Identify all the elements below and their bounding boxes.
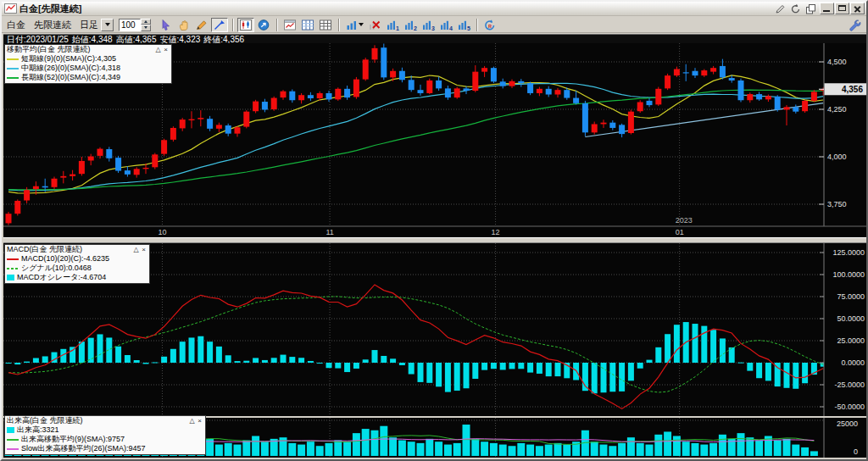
hand-pan-tool-button[interactable] <box>175 18 192 32</box>
pencil-icon <box>196 19 208 31</box>
new-chart-window-button[interactable] <box>281 18 298 32</box>
preset-number-badge: 3 <box>431 25 435 31</box>
panel-splitter-1[interactable] <box>3 237 868 243</box>
ma-legend-collapse-button[interactable]: △ <box>154 45 162 54</box>
ma-legend-title: 移動平均(白金 先限連続) <box>7 45 91 54</box>
navigate-tool-button[interactable] <box>255 18 272 32</box>
window-title: 白金[先限連続] <box>19 3 81 15</box>
copy-icon[interactable] <box>804 3 817 14</box>
ma-mid-swatch <box>7 68 19 69</box>
bars-count-input[interactable] <box>119 19 141 31</box>
volume-legend-collapse-button[interactable]: △ <box>188 416 196 425</box>
period-label: 日足 <box>80 19 98 31</box>
volume-legend: 出来高(白金 先限連続) △× 出来高:3321 出来高移動平均(9)(SMA)… <box>4 415 206 455</box>
bar-chart-arrow-icon <box>346 19 358 31</box>
bars-count-spinner <box>119 19 151 31</box>
svg-text:-50.0000: -50.0000 <box>834 403 865 411</box>
cursor-icon <box>160 19 172 31</box>
add-indicator-dropdown-button[interactable] <box>343 18 365 32</box>
spin-down-icon <box>144 26 147 29</box>
main-price-axis: 4,5004,2504,0003,750 <box>819 43 868 226</box>
macd-legend-collapse-button[interactable]: △ <box>132 245 140 254</box>
macd-line-swatch <box>7 258 19 260</box>
candle-chart-mode-button[interactable] <box>237 18 254 32</box>
preset-number-badge: 2 <box>414 25 417 31</box>
macd-line-label: MACD(10)(20)(C):-4.6235 <box>21 254 109 264</box>
toolbar-separator <box>232 19 234 31</box>
toolbar: 白金 先限連続 日足 12345R <box>2 17 866 33</box>
chart-x-icon <box>369 19 381 31</box>
macd-legend-close-button[interactable]: × <box>140 245 147 254</box>
spin-up-button[interactable] <box>141 19 151 25</box>
preset-number-badge: 4 <box>449 25 453 31</box>
cursor-tool-button[interactable] <box>158 18 175 32</box>
annotate-icon[interactable] <box>773 3 787 14</box>
macd-legend-title: MACD(白金 先限連続) <box>7 245 82 254</box>
refresh-icon: R <box>484 19 496 31</box>
ma-short-swatch <box>7 58 19 60</box>
svg-text:-25.0000: -25.0000 <box>834 380 865 389</box>
info-close: 終値:4,356 <box>203 35 244 43</box>
chart-preset-1-button[interactable]: 1 <box>384 18 401 32</box>
pencil-draw-tool-button[interactable] <box>193 18 210 32</box>
maximize-icon <box>838 5 846 11</box>
remove-indicator-button[interactable] <box>366 18 383 32</box>
svg-text:25.0000: 25.0000 <box>837 336 865 345</box>
trendline-tool-button[interactable] <box>211 18 228 32</box>
ohlc-info-bar: 日付:2023/01/25 始値:4,348 高値:4,365 安値:4,323… <box>3 34 868 43</box>
volume-ma26-label: Slow出来高移動平均(26)(SMA):9457 <box>21 444 146 453</box>
layout-grid-button[interactable] <box>317 18 334 32</box>
last-price-tag: 4,356 <box>819 83 868 95</box>
info-open: 始値:4,348 <box>72 35 113 43</box>
layout-columns-button[interactable] <box>299 18 316 32</box>
svg-text:3,750: 3,750 <box>827 200 847 208</box>
rotate-icon[interactable] <box>788 3 802 14</box>
reload-chart-button[interactable]: R <box>481 18 498 32</box>
svg-text:11: 11 <box>326 228 333 236</box>
svg-text:12: 12 <box>492 228 500 236</box>
ma-legend-close-button[interactable]: × <box>162 45 170 54</box>
macd-axis: 125.0000100.000075.000050.000025.00000.0… <box>820 243 868 416</box>
chart-preset-2-button[interactable]: 2 <box>402 18 419 32</box>
svg-text:4,356: 4,356 <box>842 85 863 94</box>
circle-arrow-icon <box>258 19 270 31</box>
ma-long-label: 長期線(52)(0)(SMA)(C):4,349 <box>21 73 120 82</box>
minimize-icon <box>823 10 830 12</box>
ma-legend: 移動平均(白金 先限連続) △× 短期線(9)(0)(SMA)(C):4,305… <box>4 44 172 84</box>
svg-text:2023: 2023 <box>676 216 693 225</box>
svg-text:75.0000: 75.0000 <box>837 292 865 301</box>
candle-chart-icon <box>240 19 252 31</box>
hand-icon <box>178 19 190 31</box>
trend-arrow-icon <box>214 19 225 31</box>
app-window: 白金[先限連続] 白金 先限連続 日足 12345R <box>0 0 868 461</box>
period-dropdown-button[interactable] <box>101 19 114 31</box>
settings-wrench-icon[interactable] <box>849 19 861 31</box>
minimize-button[interactable] <box>820 3 834 14</box>
svg-text:100.0000: 100.0000 <box>832 270 865 279</box>
chart-preset-5-button[interactable]: 5 <box>455 18 472 32</box>
svg-text:0: 0 <box>854 447 858 456</box>
volume-value-label: 出来高:3321 <box>17 425 59 435</box>
svg-text:10: 10 <box>158 228 166 236</box>
table-columns-icon <box>302 19 314 31</box>
info-date: 日付:2023/01/25 <box>7 35 69 43</box>
volume-legend-close-button[interactable]: × <box>196 416 203 425</box>
ma-short-label: 短期線(9)(0)(SMA)(C):4,305 <box>21 54 116 64</box>
info-high: 高値:4,365 <box>116 35 157 43</box>
spin-down-button[interactable] <box>141 25 151 31</box>
toolbar-separator <box>338 19 340 31</box>
symbol-label: 白金 <box>7 19 25 31</box>
chart-preset-4-button[interactable]: 4 <box>437 18 454 32</box>
toolbar-separator <box>276 19 278 31</box>
titlebar[interactable]: 白金[先限連続] <box>2 2 866 16</box>
close-button[interactable] <box>850 3 865 14</box>
year-label: 2023 <box>676 216 693 225</box>
preset-number-badge: 5 <box>467 25 470 31</box>
chart-preset-3-button[interactable]: 3 <box>420 18 437 32</box>
volume-ma9-swatch <box>7 439 19 441</box>
svg-text:125.0000: 125.0000 <box>832 248 865 257</box>
series-label: 先限連続 <box>34 19 71 31</box>
chart-window-icon <box>4 3 17 14</box>
chart-window-icon <box>284 19 296 31</box>
maximize-button[interactable] <box>835 3 849 14</box>
